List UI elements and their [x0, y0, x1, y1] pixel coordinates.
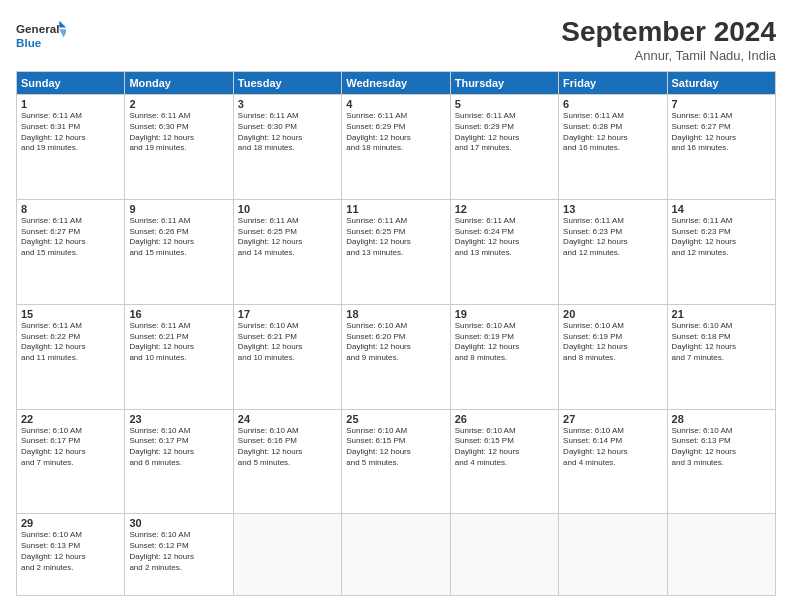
day-number: 20: [563, 308, 662, 320]
header: General Blue September 2024 Annur, Tamil…: [16, 16, 776, 63]
day-info: Sunrise: 6:11 AM Sunset: 6:27 PM Dayligh…: [672, 111, 771, 154]
month-title: September 2024: [561, 16, 776, 48]
table-row: 9Sunrise: 6:11 AM Sunset: 6:26 PM Daylig…: [125, 199, 233, 304]
day-number: 8: [21, 203, 120, 215]
table-row: 14Sunrise: 6:11 AM Sunset: 6:23 PM Dayli…: [667, 199, 775, 304]
table-row: 19Sunrise: 6:10 AM Sunset: 6:19 PM Dayli…: [450, 304, 558, 409]
day-info: Sunrise: 6:11 AM Sunset: 6:30 PM Dayligh…: [129, 111, 228, 154]
table-row: [450, 514, 558, 596]
day-number: 2: [129, 98, 228, 110]
day-number: 29: [21, 517, 120, 529]
day-info: Sunrise: 6:11 AM Sunset: 6:26 PM Dayligh…: [129, 216, 228, 259]
table-row: 29Sunrise: 6:10 AM Sunset: 6:13 PM Dayli…: [17, 514, 125, 596]
day-number: 12: [455, 203, 554, 215]
day-number: 5: [455, 98, 554, 110]
day-number: 19: [455, 308, 554, 320]
day-info: Sunrise: 6:11 AM Sunset: 6:30 PM Dayligh…: [238, 111, 337, 154]
day-number: 26: [455, 413, 554, 425]
day-info: Sunrise: 6:10 AM Sunset: 6:17 PM Dayligh…: [129, 426, 228, 469]
day-number: 4: [346, 98, 445, 110]
day-number: 28: [672, 413, 771, 425]
day-info: Sunrise: 6:10 AM Sunset: 6:17 PM Dayligh…: [21, 426, 120, 469]
calendar-week-row: 22Sunrise: 6:10 AM Sunset: 6:17 PM Dayli…: [17, 409, 776, 514]
day-info: Sunrise: 6:11 AM Sunset: 6:28 PM Dayligh…: [563, 111, 662, 154]
day-number: 16: [129, 308, 228, 320]
day-number: 7: [672, 98, 771, 110]
table-row: 17Sunrise: 6:10 AM Sunset: 6:21 PM Dayli…: [233, 304, 341, 409]
table-row: 13Sunrise: 6:11 AM Sunset: 6:23 PM Dayli…: [559, 199, 667, 304]
table-row: 18Sunrise: 6:10 AM Sunset: 6:20 PM Dayli…: [342, 304, 450, 409]
day-info: Sunrise: 6:10 AM Sunset: 6:14 PM Dayligh…: [563, 426, 662, 469]
col-monday: Monday: [125, 72, 233, 95]
day-number: 15: [21, 308, 120, 320]
table-row: 12Sunrise: 6:11 AM Sunset: 6:24 PM Dayli…: [450, 199, 558, 304]
day-number: 22: [21, 413, 120, 425]
table-row: 28Sunrise: 6:10 AM Sunset: 6:13 PM Dayli…: [667, 409, 775, 514]
table-row: 15Sunrise: 6:11 AM Sunset: 6:22 PM Dayli…: [17, 304, 125, 409]
day-info: Sunrise: 6:10 AM Sunset: 6:15 PM Dayligh…: [346, 426, 445, 469]
day-info: Sunrise: 6:10 AM Sunset: 6:13 PM Dayligh…: [21, 530, 120, 573]
day-number: 30: [129, 517, 228, 529]
table-row: 21Sunrise: 6:10 AM Sunset: 6:18 PM Dayli…: [667, 304, 775, 409]
col-friday: Friday: [559, 72, 667, 95]
day-info: Sunrise: 6:11 AM Sunset: 6:29 PM Dayligh…: [455, 111, 554, 154]
day-info: Sunrise: 6:11 AM Sunset: 6:29 PM Dayligh…: [346, 111, 445, 154]
logo-svg: General Blue: [16, 16, 66, 54]
calendar-header-row: Sunday Monday Tuesday Wednesday Thursday…: [17, 72, 776, 95]
table-row: 23Sunrise: 6:10 AM Sunset: 6:17 PM Dayli…: [125, 409, 233, 514]
calendar-week-row: 15Sunrise: 6:11 AM Sunset: 6:22 PM Dayli…: [17, 304, 776, 409]
day-number: 1: [21, 98, 120, 110]
table-row: 4Sunrise: 6:11 AM Sunset: 6:29 PM Daylig…: [342, 95, 450, 200]
day-number: 21: [672, 308, 771, 320]
day-number: 3: [238, 98, 337, 110]
table-row: 30Sunrise: 6:10 AM Sunset: 6:12 PM Dayli…: [125, 514, 233, 596]
day-info: Sunrise: 6:11 AM Sunset: 6:25 PM Dayligh…: [346, 216, 445, 259]
day-info: Sunrise: 6:11 AM Sunset: 6:23 PM Dayligh…: [563, 216, 662, 259]
col-saturday: Saturday: [667, 72, 775, 95]
day-number: 9: [129, 203, 228, 215]
title-block: September 2024 Annur, Tamil Nadu, India: [561, 16, 776, 63]
day-number: 27: [563, 413, 662, 425]
table-row: [667, 514, 775, 596]
table-row: 2Sunrise: 6:11 AM Sunset: 6:30 PM Daylig…: [125, 95, 233, 200]
day-number: 13: [563, 203, 662, 215]
table-row: 8Sunrise: 6:11 AM Sunset: 6:27 PM Daylig…: [17, 199, 125, 304]
table-row: 11Sunrise: 6:11 AM Sunset: 6:25 PM Dayli…: [342, 199, 450, 304]
day-info: Sunrise: 6:11 AM Sunset: 6:31 PM Dayligh…: [21, 111, 120, 154]
day-number: 14: [672, 203, 771, 215]
table-row: [233, 514, 341, 596]
day-number: 6: [563, 98, 662, 110]
table-row: 27Sunrise: 6:10 AM Sunset: 6:14 PM Dayli…: [559, 409, 667, 514]
table-row: [342, 514, 450, 596]
day-info: Sunrise: 6:10 AM Sunset: 6:12 PM Dayligh…: [129, 530, 228, 573]
table-row: 26Sunrise: 6:10 AM Sunset: 6:15 PM Dayli…: [450, 409, 558, 514]
day-info: Sunrise: 6:11 AM Sunset: 6:24 PM Dayligh…: [455, 216, 554, 259]
table-row: 5Sunrise: 6:11 AM Sunset: 6:29 PM Daylig…: [450, 95, 558, 200]
day-info: Sunrise: 6:10 AM Sunset: 6:21 PM Dayligh…: [238, 321, 337, 364]
table-row: 6Sunrise: 6:11 AM Sunset: 6:28 PM Daylig…: [559, 95, 667, 200]
logo: General Blue: [16, 16, 66, 54]
day-info: Sunrise: 6:10 AM Sunset: 6:19 PM Dayligh…: [563, 321, 662, 364]
day-info: Sunrise: 6:11 AM Sunset: 6:23 PM Dayligh…: [672, 216, 771, 259]
table-row: 25Sunrise: 6:10 AM Sunset: 6:15 PM Dayli…: [342, 409, 450, 514]
table-row: 16Sunrise: 6:11 AM Sunset: 6:21 PM Dayli…: [125, 304, 233, 409]
day-number: 11: [346, 203, 445, 215]
calendar-table: Sunday Monday Tuesday Wednesday Thursday…: [16, 71, 776, 596]
day-number: 24: [238, 413, 337, 425]
day-number: 25: [346, 413, 445, 425]
svg-marker-3: [59, 29, 66, 37]
svg-text:Blue: Blue: [16, 36, 42, 49]
calendar-week-row: 8Sunrise: 6:11 AM Sunset: 6:27 PM Daylig…: [17, 199, 776, 304]
day-info: Sunrise: 6:11 AM Sunset: 6:27 PM Dayligh…: [21, 216, 120, 259]
calendar-week-row: 1Sunrise: 6:11 AM Sunset: 6:31 PM Daylig…: [17, 95, 776, 200]
day-number: 18: [346, 308, 445, 320]
table-row: [559, 514, 667, 596]
day-number: 23: [129, 413, 228, 425]
table-row: 20Sunrise: 6:10 AM Sunset: 6:19 PM Dayli…: [559, 304, 667, 409]
svg-text:General: General: [16, 22, 59, 35]
col-sunday: Sunday: [17, 72, 125, 95]
subtitle: Annur, Tamil Nadu, India: [561, 48, 776, 63]
page: General Blue September 2024 Annur, Tamil…: [0, 0, 792, 612]
table-row: 7Sunrise: 6:11 AM Sunset: 6:27 PM Daylig…: [667, 95, 775, 200]
day-info: Sunrise: 6:11 AM Sunset: 6:22 PM Dayligh…: [21, 321, 120, 364]
